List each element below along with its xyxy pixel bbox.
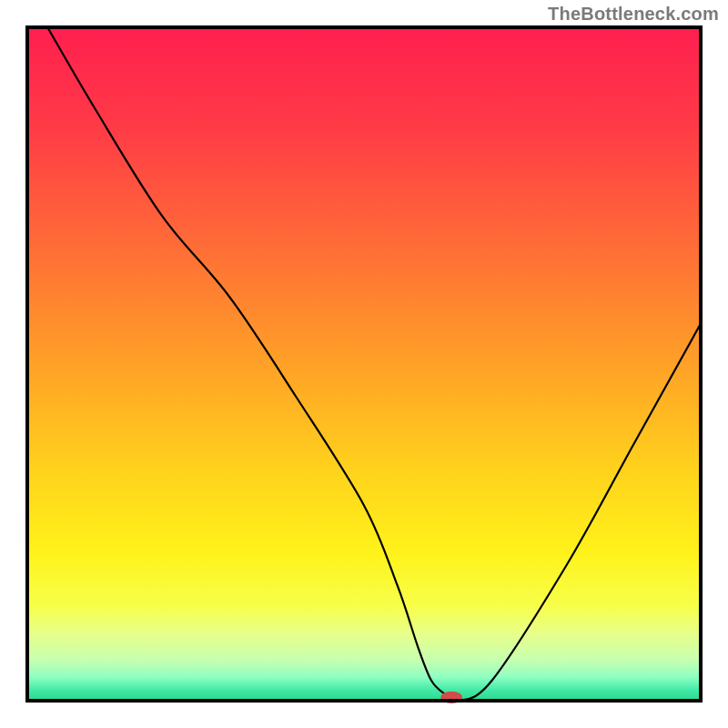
watermark-label: TheBottleneck.com (548, 4, 719, 25)
chart-container: TheBottleneck.com (0, 0, 728, 728)
chart-svg (0, 0, 728, 728)
gradient-background (27, 27, 701, 701)
plot-area (27, 27, 701, 703)
